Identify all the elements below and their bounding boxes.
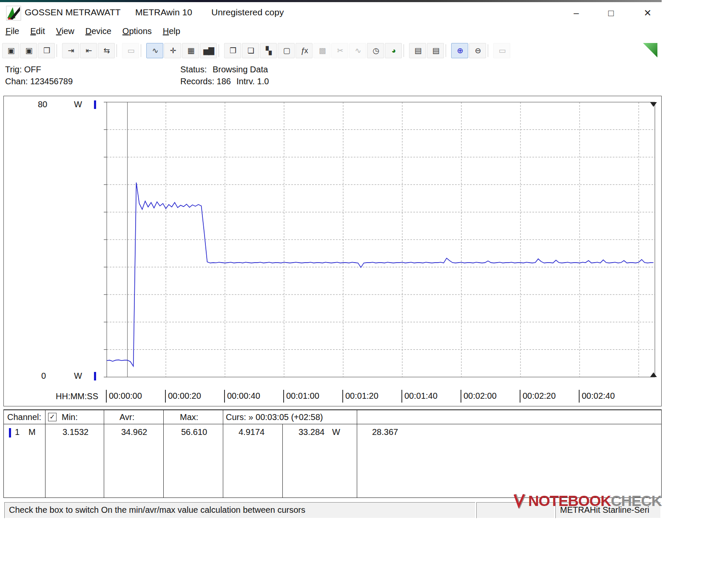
x-tick-label: 00:01:40 — [401, 390, 438, 403]
numeric-display-icon: ▭ — [127, 46, 134, 55]
notebookcheck-watermark: NOTEBOOKCHECK — [514, 483, 662, 518]
meter-icon: ◕ — [392, 46, 395, 55]
x-tick-label: 00:00:40 — [224, 390, 260, 403]
bar-view-button[interactable]: ▅▇ — [200, 43, 217, 58]
titlebar: GOSSEN METRAWATT METRAwin 10 Unregistere… — [0, 2, 662, 23]
table-divider — [282, 424, 283, 497]
toolbar-separator — [117, 44, 120, 57]
status-value: Browsing Data — [213, 65, 268, 74]
save-as-icon: ▣ — [25, 46, 31, 55]
value-max: 56.610 — [181, 427, 207, 437]
x-tick-label: 00:01:00 — [283, 390, 319, 403]
channel-color-marker-top — [94, 100, 96, 109]
notebookcheck-v-icon — [514, 487, 526, 515]
read-30k-button[interactable]: ⇤ — [80, 43, 97, 58]
export-window-icon: ❐ — [230, 46, 236, 55]
x-tick-label: 00:00:00 — [106, 390, 142, 403]
x-axis-labels: 00:00:0000:00:2000:00:4000:01:0000:01:20… — [4, 390, 662, 403]
export-window-button[interactable]: ❐ — [224, 43, 241, 58]
menu-view[interactable]: View — [51, 25, 80, 38]
toolbar-separator — [57, 44, 60, 57]
cursor2-handle[interactable] — [650, 102, 657, 107]
x-tick-label: 00:02:00 — [461, 390, 497, 403]
menu-edit[interactable]: Edit — [25, 25, 50, 38]
status-label: Status: — [180, 65, 207, 74]
tile-windows-icon: ▚ — [266, 46, 271, 55]
column-header-avr: Avr: — [119, 412, 134, 422]
records-count: Records: 186 — [180, 77, 231, 86]
scope-view-button[interactable]: ✛ — [164, 43, 181, 58]
cursor-stats-checkbox[interactable]: ✓ — [48, 413, 57, 421]
function-button[interactable]: ƒx — [296, 43, 313, 58]
trend-chart-panel: 80 W 0 W HH:MM:SS 00:00:0000:00:2000:00:… — [3, 96, 662, 406]
function-icon: ƒx — [301, 46, 307, 55]
print-preview-icon: ▤ — [432, 46, 438, 55]
app-title: METRAwin 10 — [135, 7, 192, 17]
timer-button[interactable]: ◷ — [367, 43, 384, 58]
power-chart-svg[interactable] — [103, 101, 658, 379]
open-icon: ❒ — [43, 46, 49, 55]
save-as-button[interactable]: ▣ — [20, 43, 37, 58]
menu-bar: FileEditViewDeviceOptionsHelp — [0, 25, 662, 40]
read-device-button[interactable]: ⇥ — [62, 43, 79, 58]
menu-options[interactable]: Options — [117, 25, 157, 38]
table-view-button[interactable]: ▦ — [182, 43, 199, 58]
calculator-button: ▩ — [313, 43, 330, 58]
maximize-button[interactable]: □ — [600, 5, 622, 22]
toolbar-separator — [446, 44, 449, 57]
cursor2-handle[interactable] — [650, 372, 657, 377]
watermark-text: NOTEBOOKCHECK — [528, 492, 662, 509]
table-divider — [357, 410, 357, 497]
calculator-icon: ▩ — [318, 46, 325, 55]
brand-title: GOSSEN METRAWATT — [25, 7, 121, 17]
menu-device[interactable]: Device — [80, 25, 117, 38]
x-tick-label: 00:00:20 — [165, 390, 201, 403]
value-avr: 34.962 — [121, 427, 147, 437]
read-memory-button[interactable]: ⇆ — [98, 43, 115, 58]
table-divider — [104, 410, 104, 497]
monitor-button[interactable]: ▢ — [278, 43, 295, 58]
y-axis-min-label: 0 — [41, 371, 46, 381]
close-button[interactable]: ✕ — [637, 5, 658, 22]
y-axis-min-unit: W — [74, 371, 82, 381]
print-preview-button[interactable]: ▤ — [427, 43, 444, 58]
scope-view-icon: ✛ — [170, 46, 175, 55]
monitor-icon: ▢ — [283, 46, 289, 55]
import-window-icon: ❏ — [247, 46, 253, 55]
metrawin-window: GOSSEN METRAWATT METRAwin 10 Unregistere… — [0, 0, 662, 566]
tile-windows-button[interactable]: ▚ — [260, 43, 277, 58]
acquisition-info-panel: Trig: OFF Chan: 123456789 Status: Browsi… — [0, 62, 662, 94]
column-header-min: Min: — [62, 412, 78, 422]
menu-file[interactable]: File — [0, 25, 25, 38]
menu-help[interactable]: Help — [157, 25, 186, 38]
save-icon: ▣ — [7, 46, 14, 55]
gossen-metrawatt-logo-icon — [6, 6, 21, 21]
x-tick-label: 00:02:20 — [520, 390, 556, 403]
table-divider — [163, 410, 164, 497]
print-button[interactable]: ▤ — [409, 43, 426, 58]
table-divider — [45, 410, 46, 497]
zoom-wave-button[interactable]: ⊕ — [451, 43, 468, 58]
column-header-channel: Channel: — [7, 412, 41, 422]
y-axis-max-label: 80 — [38, 100, 47, 109]
toolbar: ▣▣❒⇥⇤⇆▭∿✛▦▅▇❐❏▚▢ƒx▩✂∿◷◕▤▤⊕⊖▭ — [2, 41, 662, 60]
import-window-button[interactable]: ❏ — [242, 43, 259, 58]
print-icon: ▤ — [414, 46, 421, 55]
wave-cut-button: ✂ — [331, 43, 348, 58]
toolbar-separator — [488, 44, 492, 57]
table-header-divider — [4, 424, 661, 424]
save-button[interactable]: ▣ — [2, 43, 19, 58]
open-button[interactable]: ❒ — [38, 43, 55, 58]
toolbar-separator — [141, 44, 145, 57]
interval-value: Intrv. 1.0 — [236, 77, 269, 86]
zoom-button[interactable]: ⊖ — [469, 43, 486, 58]
trigger-status: Trig: OFF — [5, 65, 41, 74]
zoom-icon: ⊖ — [475, 46, 480, 55]
trend-view-button[interactable]: ∿ — [146, 43, 163, 58]
numeric-display-button: ▭ — [122, 43, 139, 58]
minimize-button[interactable]: – — [566, 5, 587, 22]
channel-color-marker-bottom — [94, 372, 96, 380]
annotate-button: ▭ — [493, 43, 510, 58]
x-tick-label: 00:02:40 — [579, 390, 615, 403]
meter-button[interactable]: ◕ — [385, 43, 402, 58]
